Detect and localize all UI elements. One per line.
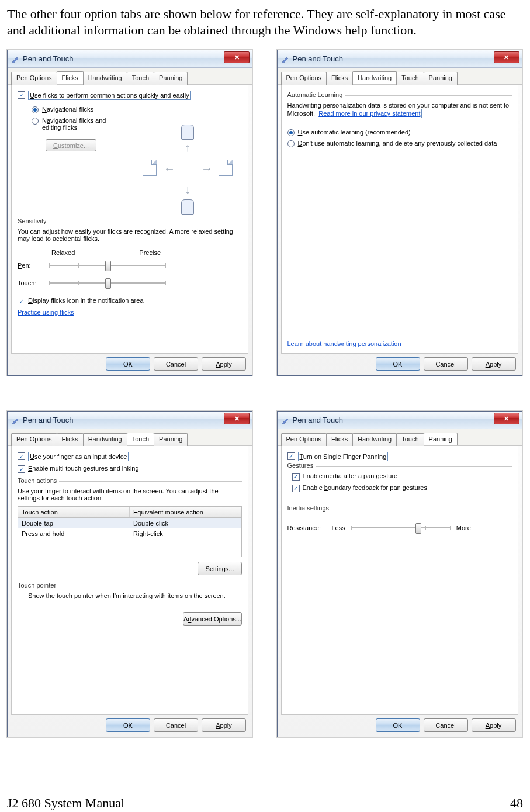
use-finger-row: Use your finger as an input device [18, 452, 242, 461]
arrow-left-icon: ← [164, 162, 175, 175]
enable-multi-checkbox[interactable] [18, 465, 25, 473]
tab-pen-options[interactable]: Pen Options [281, 72, 327, 85]
table-header: Touch action Equivalent mouse action [18, 507, 241, 518]
tab-panning[interactable]: Panning [154, 433, 188, 446]
single-finger-row: Turn on Single Finger Panning [287, 452, 512, 461]
inertia-checkbox[interactable] [292, 473, 300, 481]
use-finger-label: Use your finger as an input device [28, 452, 129, 461]
tab-strip: Pen Options Flicks Handwriting Touch Pan… [8, 429, 252, 446]
resistance-row: Resistance: Less More [287, 522, 512, 534]
tab-touch[interactable]: Touch [127, 72, 154, 85]
apply-button[interactable]: Apply [472, 357, 516, 371]
dialog-panning: Pen and Touch ✕ Pen Options Flicks Handw… [277, 411, 522, 737]
close-button[interactable]: ✕ [224, 413, 250, 424]
advanced-options-button[interactable]: Advanced Options... [183, 612, 242, 626]
auto-learning-label: Automatic Learning [287, 91, 345, 98]
cell: Right-click [130, 528, 241, 539]
touch-pointer-checkbox[interactable] [18, 593, 25, 600]
apply-button[interactable]: Apply [472, 718, 516, 732]
tab-handwriting[interactable]: Handwriting [83, 433, 127, 446]
cancel-button[interactable]: Cancel [424, 357, 468, 371]
pen-icon [281, 55, 289, 63]
titlebar: Pen and Touch ✕ [8, 50, 252, 68]
apply-button[interactable]: Apply [202, 718, 246, 732]
tab-strip: Pen Options Flicks Handwriting Touch Pan… [278, 429, 522, 446]
auto-learning-radio[interactable] [287, 129, 295, 136]
dialog-flicks: Pen and Touch ✕ Pen Options Flicks Handw… [7, 50, 252, 376]
cell: Double-click [130, 518, 241, 528]
button-row: OK Cancel Apply [8, 357, 252, 371]
customize-button[interactable]: Customize... [46, 139, 96, 151]
close-button[interactable]: ✕ [224, 51, 250, 63]
cancel-button[interactable]: Cancel [424, 718, 468, 732]
resistance-slider[interactable] [351, 522, 451, 534]
use-flicks-checkbox[interactable] [18, 91, 25, 99]
apply-button[interactable]: Apply [202, 357, 246, 371]
ok-button[interactable]: OK [106, 357, 150, 371]
practice-link[interactable]: Practice using flicks [18, 309, 74, 316]
no-auto-learning-radio[interactable] [287, 140, 295, 147]
tab-panning[interactable]: Panning [154, 72, 188, 85]
close-button[interactable]: ✕ [494, 413, 519, 424]
nav-flicks-radio[interactable] [32, 106, 39, 113]
touch-slider[interactable] [49, 277, 166, 289]
enable-multi-row: Enable multi-touch gestures and inking [18, 465, 242, 473]
tab-handwriting[interactable]: Handwriting [352, 433, 397, 446]
tab-touch[interactable]: Touch [127, 433, 154, 445]
touch-label: Touch: [18, 279, 43, 286]
tab-pen-options[interactable]: Pen Options [11, 433, 57, 446]
tab-flicks[interactable]: Flicks [57, 433, 84, 446]
settings-button[interactable]: Settings... [198, 562, 242, 575]
pen-slider[interactable] [49, 260, 166, 271]
tab-panning[interactable]: Panning [424, 72, 458, 85]
touch-actions-table: Touch action Equivalent mouse action Dou… [18, 506, 242, 557]
close-button[interactable]: ✕ [494, 51, 519, 63]
tab-touch[interactable]: Touch [396, 433, 424, 446]
close-icon: ✕ [504, 415, 509, 423]
precise-label: Precise [139, 249, 161, 256]
tab-strip: Pen Options Flicks Handwriting Touch Pan… [8, 68, 252, 85]
hand-up-icon [181, 125, 194, 140]
tab-handwriting[interactable]: Handwriting [352, 71, 397, 84]
ok-button[interactable]: OK [376, 718, 420, 732]
cancel-button[interactable]: Cancel [154, 357, 198, 371]
button-row: OK Cancel Apply [278, 357, 522, 371]
more-label: More [456, 524, 471, 531]
window-title: Pen and Touch [293, 416, 344, 424]
nav-edit-flicks-radio[interactable] [32, 118, 39, 125]
display-icon-checkbox[interactable] [18, 298, 25, 305]
dialog-handwriting: Pen and Touch ✕ Pen Options Flicks Handw… [277, 50, 522, 376]
ok-button[interactable]: OK [106, 718, 150, 732]
intro-paragraph: The other four option tabs are shown bel… [7, 6, 523, 38]
less-label: Less [332, 524, 345, 531]
use-finger-checkbox[interactable] [18, 452, 25, 460]
ok-button[interactable]: OK [376, 357, 420, 371]
display-icon-row: Display flicks icon in the notification … [18, 297, 242, 305]
touch-actions-text: Use your finger to interact with items o… [18, 488, 242, 502]
tab-touch[interactable]: Touch [396, 72, 424, 85]
sensitivity-group-label: Sensitivity [18, 217, 49, 224]
page-number: 48 [510, 796, 523, 812]
touch-slider-row: Touch: [18, 277, 242, 289]
cell: Double-tap [18, 518, 130, 528]
tab-pen-options[interactable]: Pen Options [11, 72, 57, 85]
window-title: Pen and Touch [293, 54, 344, 63]
tab-panning[interactable]: Panning [424, 433, 458, 445]
cancel-button[interactable]: Cancel [154, 718, 198, 732]
single-finger-checkbox[interactable] [287, 452, 295, 460]
privacy-link[interactable]: Read more in our privacy statement [317, 109, 422, 118]
learn-handwriting-link[interactable]: Learn about handwriting personalization [287, 340, 401, 347]
table-row[interactable]: Press and hold Right-click [18, 528, 241, 539]
enable-multi-label: Enable multi-touch gestures and inking [28, 465, 139, 472]
auto-learning-opt1: Use automatic learning (recommended) [287, 129, 512, 136]
tab-flicks[interactable]: Flicks [57, 71, 84, 84]
inertia-settings-label: Inertia settings [287, 505, 332, 512]
table-row[interactable]: Double-tap Double-click [18, 518, 241, 528]
tab-pen-options[interactable]: Pen Options [281, 433, 327, 446]
boundary-checkbox[interactable] [292, 485, 300, 492]
tab-flicks[interactable]: Flicks [326, 433, 353, 446]
auto-learning-label1: Use automatic learning (recommended) [298, 129, 411, 136]
tab-handwriting[interactable]: Handwriting [83, 72, 127, 85]
tab-flicks[interactable]: Flicks [326, 72, 353, 85]
pen-icon [281, 416, 289, 424]
